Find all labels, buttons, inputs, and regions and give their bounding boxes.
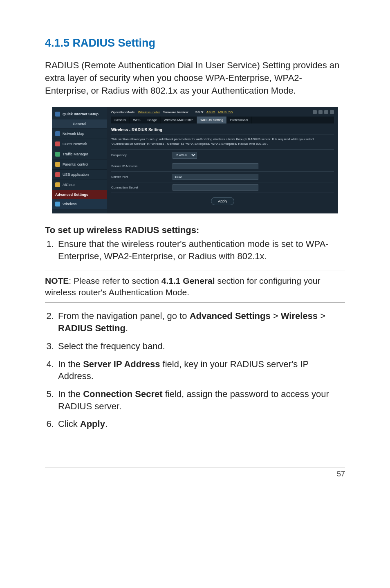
fw-label: Firmware Version:	[162, 110, 188, 114]
step-3: Select the frequency band.	[56, 340, 345, 352]
page-number: 57	[45, 470, 345, 478]
wand-icon	[55, 112, 60, 117]
frequency-select[interactable]: 2.4GHz	[173, 152, 197, 159]
connection-secret-label: Connection Secret	[111, 186, 173, 189]
ssid-value-2[interactable]: ASUS_5G	[218, 110, 233, 114]
tab-bridge[interactable]: Bridge	[144, 117, 161, 123]
sidebar-header-general: General	[52, 119, 107, 129]
step-text: From the navigation panel, go to	[58, 311, 190, 321]
panel-title: Wireless - RADIUS Setting	[111, 123, 334, 135]
logout-icon[interactable]	[313, 110, 317, 114]
step-bold: RADIUS Setting	[58, 323, 126, 333]
network-icon	[55, 131, 60, 136]
sidebar-item-label: USB application	[63, 173, 89, 177]
sidebar-item-aicloud[interactable]: AiCloud	[52, 180, 107, 190]
step-4: In the Server IP Address field, key in y…	[56, 358, 345, 382]
opmode-label: Operation Mode:	[111, 110, 136, 114]
step-bold: Connection Secret	[83, 389, 162, 399]
apply-button[interactable]: Apply	[211, 197, 234, 205]
reboot-icon[interactable]	[318, 110, 323, 114]
tab-professional[interactable]: Professional	[227, 117, 252, 123]
panel-description: This section allows you to set up additi…	[111, 135, 334, 150]
ssid-value-1[interactable]: ASUS	[206, 110, 215, 114]
router-ui-screenshot: Quick Internet Setup General Network Map…	[52, 107, 338, 213]
footer-divider	[45, 467, 345, 467]
sidebar-item-label: Quick Internet Setup	[63, 112, 99, 116]
step-text: .	[126, 323, 128, 333]
wireless-tabs: General WPS Bridge Wireless MAC Filter R…	[111, 117, 334, 123]
note-bold: 4.1.1 General	[161, 276, 215, 285]
cloud-icon	[55, 182, 60, 187]
tab-general[interactable]: General	[111, 117, 130, 123]
server-ip-input[interactable]	[173, 163, 258, 169]
people-icon	[55, 141, 60, 146]
step-5: In the Connection Secret field, assign t…	[56, 388, 345, 412]
note-text-pre: : Please refer to section	[69, 276, 161, 285]
step-2: From the navigation panel, go to Advance…	[56, 310, 345, 334]
form-row-server-port: Server Port	[111, 172, 334, 182]
sidebar-item-label: Wireless	[63, 202, 77, 206]
pulse-icon	[55, 152, 60, 157]
tab-wireless-mac-filter[interactable]: Wireless MAC Filter	[161, 117, 197, 123]
server-ip-label: Server IP Address	[111, 164, 173, 168]
sidebar-item-label: Traffic Manager	[63, 152, 88, 156]
sidebar-item-wireless[interactable]: Wireless	[52, 199, 107, 209]
router-topbar: Operation Mode: Wireless router Firmware…	[111, 109, 334, 117]
opmode-value[interactable]: Wireless router	[138, 110, 160, 114]
frequency-label: Frequency	[111, 153, 173, 157]
sidebar-item-label: Guest Network	[63, 142, 87, 146]
note-label: NOTE	[45, 276, 69, 285]
sidebar-header-advanced: Advanced Settings	[52, 190, 107, 199]
step-bold: Apply	[80, 419, 105, 429]
wifi-icon	[55, 202, 60, 206]
sidebar-item-guest-network[interactable]: Guest Network	[52, 139, 107, 149]
router-main-panel: Operation Mode: Wireless router Firmware…	[107, 107, 338, 213]
sidebar-item-traffic-manager[interactable]: Traffic Manager	[52, 149, 107, 159]
tab-radius-setting[interactable]: RADIUS Setting	[197, 117, 227, 123]
topbar-icons	[313, 110, 334, 114]
sidebar-item-network-map[interactable]: Network Map	[52, 129, 107, 139]
intro-paragraph: RADIUS (Remote Authentication Dial In Us…	[45, 59, 345, 97]
steps-heading: To set up wireless RADIUS settings:	[45, 225, 345, 236]
step-6: Click Apply.	[56, 418, 345, 430]
step-text: .	[105, 419, 108, 429]
sidebar-item-quick-internet-setup[interactable]: Quick Internet Setup	[52, 109, 107, 119]
step-text: Click	[58, 419, 80, 429]
step-1: Ensure that the wireless router's authen…	[56, 238, 345, 262]
section-heading: 4.1.5 RADIUS Setting	[45, 37, 345, 49]
ssid-label: SSID:	[195, 110, 204, 114]
connection-secret-input[interactable]	[173, 184, 258, 191]
print-icon[interactable]	[330, 110, 334, 114]
sidebar-item-label: AiCloud	[63, 183, 76, 187]
server-port-input[interactable]	[173, 174, 258, 180]
form-row-frequency: Frequency 2.4GHz	[111, 150, 334, 161]
step-text: >	[318, 311, 325, 321]
tab-wps[interactable]: WPS	[130, 117, 144, 123]
server-port-label: Server Port	[111, 175, 173, 179]
form-row-server-ip: Server IP Address	[111, 161, 334, 172]
language-icon[interactable]	[324, 110, 328, 114]
usb-icon	[55, 172, 60, 177]
step-bold: Wireless	[281, 311, 318, 321]
step-bold: Advanced Settings	[190, 311, 271, 321]
note-box: NOTE: Please refer to section 4.1.1 Gene…	[45, 271, 345, 303]
router-sidebar: Quick Internet Setup General Network Map…	[52, 107, 107, 213]
form-row-connection-secret: Connection Secret	[111, 182, 334, 193]
step-text: In the	[58, 389, 83, 399]
sidebar-item-label: Parental control	[63, 162, 88, 166]
step-bold: Server IP Address	[83, 359, 160, 369]
sidebar-item-parental-control[interactable]: Parental control	[52, 159, 107, 170]
lock-icon	[55, 162, 60, 167]
step-text: In the	[58, 359, 83, 369]
sidebar-item-label: Network Map	[63, 132, 84, 136]
sidebar-item-usb-application[interactable]: USB application	[52, 170, 107, 180]
step-text: >	[271, 311, 281, 321]
